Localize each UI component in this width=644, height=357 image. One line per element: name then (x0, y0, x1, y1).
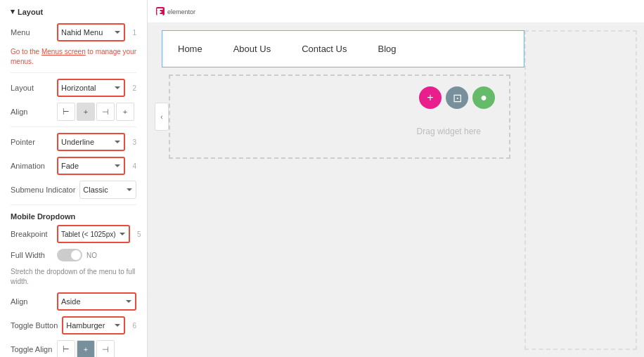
widget-action-buttons: + ⊡ ● (419, 86, 495, 109)
nav-item-contact[interactable]: Contact Us (286, 31, 362, 67)
nav-bar: Home About Us Contact Us Blog (162, 31, 524, 67)
left-panel: ▾ Layout Menu Nahid Menu 1 Go to the Men… (0, 0, 148, 357)
copy-icon: ⊡ (453, 91, 462, 105)
submenu-indicator-row: Submenu Indicator Classic (11, 181, 136, 199)
right-dotted-area (524, 30, 637, 350)
menu-hint: Go to the Menus screen to manage your me… (11, 47, 136, 67)
copy-widget-btn[interactable]: ⊡ (446, 86, 468, 109)
menu-row: Menu Nahid Menu 1 (11, 23, 136, 41)
elementor-logo: elementor (156, 4, 212, 18)
nav-item-about[interactable]: About Us (218, 31, 286, 67)
align-label: Align (11, 108, 53, 116)
pointer-label: Pointer (11, 138, 53, 146)
toggle-button-label: Toggle Button (11, 321, 58, 330)
svg-rect-4 (157, 14, 163, 15)
divider-2 (11, 126, 136, 127)
toggle-align-left-btn[interactable]: ⊢ (57, 340, 75, 357)
elementor-topbar: elementor (148, 0, 644, 23)
divider-3 (11, 205, 136, 205)
pointer-select[interactable]: Underline (57, 133, 125, 151)
toggle-align-label: Toggle Align (11, 345, 53, 353)
nav-item-blog[interactable]: Blog (362, 31, 411, 67)
layout-row: Layout Horizontal 2 (11, 79, 136, 97)
nav-widget: Home About Us Contact Us Blog (162, 30, 524, 67)
align-buttons-group: ⊢ + ⊣ + (57, 103, 134, 121)
toggle-align-right-btn[interactable]: ⊣ (96, 340, 115, 357)
handle-icon: ● (480, 91, 487, 104)
toggle-no-label: NO (86, 252, 97, 259)
toggle-button-row: Toggle Button Hamburger 6 (11, 316, 136, 335)
mobile-align-row: Align Aside (11, 292, 136, 311)
pointer-number: 3 (132, 138, 136, 146)
toggle-align-row: Toggle Align ⊢ + ⊣ (11, 340, 136, 357)
drop-zone[interactable]: + ⊡ ● Drag widget here (169, 74, 510, 159)
svg-text:elementor: elementor (167, 8, 195, 15)
full-width-hint: Stretch the dropdown of the menu to full… (11, 267, 136, 287)
left-content: Home About Us Contact Us Blog + ⊡ (148, 23, 524, 357)
section-title-layout[interactable]: ▾ Layout (11, 7, 136, 16)
nav-widget-container: Home About Us Contact Us Blog (162, 30, 524, 67)
layout-select[interactable]: Horizontal (57, 79, 125, 97)
align-center-btn[interactable]: + (77, 103, 95, 121)
layout-label: Layout (11, 84, 53, 92)
submenu-indicator-label: Submenu Indicator (11, 186, 75, 194)
breakpoint-row: Breakpoint Tablet (< 1025px) 5 (11, 225, 136, 243)
drop-zone-wrapper: + ⊡ ● Drag widget here ‹ (162, 74, 517, 159)
full-width-row: Full Width NO (11, 249, 136, 261)
collapse-arrow-icon: ‹ (160, 113, 162, 121)
handle-widget-btn[interactable]: ● (472, 86, 495, 109)
pointer-row: Pointer Underline 3 (11, 133, 136, 151)
align-row: Align ⊢ + ⊣ + (11, 103, 136, 121)
full-width-label: Full Width (11, 251, 53, 259)
align-right-btn[interactable]: ⊣ (96, 103, 115, 121)
menu-label: Menu (11, 28, 53, 37)
animation-select[interactable]: Fade (57, 157, 125, 175)
toggle-knob (71, 250, 81, 260)
mobile-align-select[interactable]: Aside (57, 292, 136, 311)
svg-rect-3 (157, 11, 162, 13)
align-justify-btn[interactable]: + (116, 103, 134, 121)
full-width-toggle[interactable] (57, 249, 82, 261)
animation-row: Animation Fade 4 (11, 157, 136, 175)
layout-number: 2 (132, 84, 136, 92)
drop-zone-text: Drag widget here (417, 126, 481, 136)
animation-label: Animation (11, 162, 53, 170)
plus-icon: + (427, 91, 433, 104)
menu-select[interactable]: Nahid Menu (57, 23, 125, 41)
mobile-align-label: Align (11, 297, 53, 306)
submenu-indicator-select[interactable]: Classic (79, 181, 136, 199)
toggle-button-select[interactable]: Hamburger (62, 316, 125, 335)
main-area: elementor Home About Us Contact Us Blog (148, 0, 644, 357)
svg-rect-2 (157, 8, 163, 10)
animation-number: 4 (132, 162, 136, 170)
breakpoint-select[interactable]: Tablet (< 1025px) (57, 225, 130, 243)
main-content: Home About Us Contact Us Blog + ⊡ (148, 23, 644, 357)
toggle-button-number: 6 (132, 322, 136, 330)
mobile-dropdown-header: Mobile Dropdown (11, 212, 136, 221)
align-left-btn[interactable]: ⊢ (57, 103, 75, 121)
divider-1 (11, 72, 136, 73)
toggle-align-buttons-group: ⊢ + ⊣ (57, 340, 115, 357)
breakpoint-number: 5 (137, 231, 141, 238)
section-title-text: Layout (18, 8, 43, 16)
collapse-panel-btn[interactable]: ‹ (155, 103, 169, 131)
add-widget-btn[interactable]: + (419, 86, 442, 109)
breakpoint-label: Breakpoint (11, 230, 53, 238)
section-arrow-icon: ▾ (11, 7, 15, 16)
nav-item-home[interactable]: Home (162, 31, 218, 67)
menus-screen-link[interactable]: Menus screen (41, 48, 86, 56)
menu-number: 1 (132, 29, 136, 37)
toggle-align-center-btn[interactable]: + (77, 340, 95, 357)
